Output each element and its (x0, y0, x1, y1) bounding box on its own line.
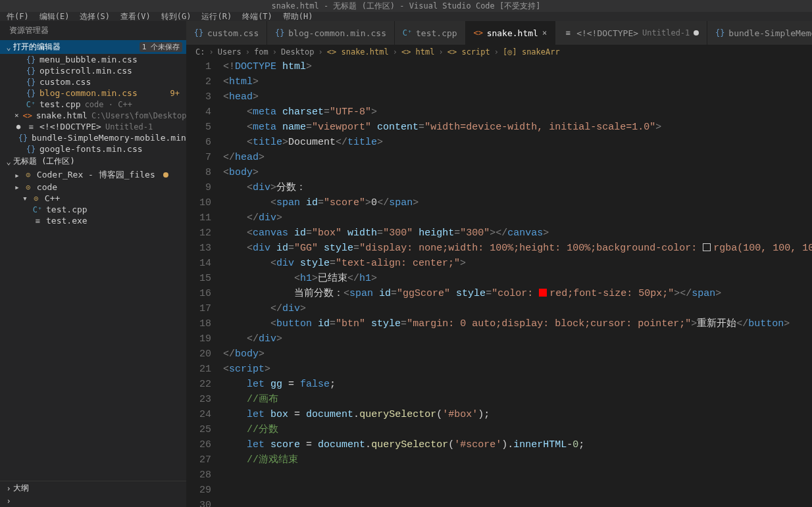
tree-item[interactable]: ▸⊙code (0, 181, 186, 193)
open-editors-header[interactable]: ⌄ 打开的编辑器 1 个未保存 (0, 40, 186, 54)
editor-tab[interactable]: {}custom.css (186, 21, 267, 45)
breadcrumb-item[interactable]: <> html (401, 47, 435, 57)
menu-selection[interactable]: 选择(S) (80, 12, 110, 21)
css-file-icon: {} (18, 133, 28, 143)
breadcrumb-item[interactable]: fom (254, 47, 268, 57)
folder-icon: ⊙ (32, 194, 41, 203)
tab-label: blog-common.min.css (288, 28, 386, 38)
unsaved-dot-icon (163, 172, 168, 178)
open-editor-item[interactable]: {}menu_bubble.min.css (0, 54, 186, 65)
menu-edit[interactable]: 编辑(E) (39, 12, 70, 21)
file-label: test.cpp (39, 99, 81, 109)
chevron-right-icon: › (4, 484, 13, 493)
code-content[interactable]: <!DOCTYPE html><html><head> <meta charse… (223, 59, 812, 507)
open-editor-item[interactable]: {}blog-common.min.css9+ (0, 87, 186, 99)
breadcrumb-sep-icon: › (439, 47, 444, 57)
menu-bar: 件(F) 编辑(E) 选择(S) 查看(V) 转到(G) 运行(R) 终端(T)… (0, 12, 812, 21)
diff-badge: 9+ (170, 89, 186, 98)
css-file-icon: {} (26, 78, 36, 87)
tree-label: Coder_Rex - 博客园_files (37, 169, 155, 181)
folder-chevron-icon: ▸ (14, 170, 20, 180)
tab-label: custom.css (207, 28, 259, 38)
file-label: snake.html (36, 110, 88, 120)
sidebar-title: 资源管理器 (0, 21, 186, 40)
tree-item[interactable]: ▾⊙C++ (0, 193, 186, 204)
workspace-header[interactable]: ⌄ 无标题 (工作区) (0, 155, 186, 168)
file-label: bundle-SimpleMemory-mobile.min.css (32, 133, 186, 143)
chevron-right-icon: › (4, 496, 13, 506)
cpp-file-icon: C⁺ (403, 28, 412, 37)
css-file-icon: {} (275, 28, 284, 37)
breadcrumb-sep-icon: › (272, 47, 277, 57)
css-file-icon: {} (26, 55, 36, 64)
breadcrumb-sep-icon: › (318, 47, 323, 57)
css-file-icon: {} (26, 145, 36, 154)
open-editor-item[interactable]: {}google-fonts.min.css (0, 143, 186, 155)
css-file-icon: {} (26, 66, 36, 76)
outline-label: 大纲 (13, 483, 29, 494)
menu-go[interactable]: 转到(G) (161, 12, 191, 21)
code-editor[interactable]: 1234567891011121314151617181920212223242… (186, 59, 812, 507)
html-file-icon: <> (474, 28, 483, 37)
css-file-icon: {} (715, 28, 724, 37)
tab-label: test.cpp (416, 28, 457, 38)
tab-bar: {}custom.css{}blog-common.min.cssC⁺test.… (186, 21, 812, 45)
timeline-header[interactable]: › (0, 495, 186, 507)
menu-file[interactable]: 件(F) (7, 12, 29, 21)
editor-tab[interactable]: {}bundle-SimpleMemory-mobi (707, 21, 812, 45)
outline-header[interactable]: › 大纲 (0, 481, 186, 495)
open-editor-item[interactable]: {}custom.css (0, 76, 186, 87)
file-label: blog-common.min.css (39, 88, 138, 98)
breadcrumb-item[interactable]: [◎] snakeArr (503, 47, 560, 57)
menu-help[interactable]: 帮助(H) (283, 12, 313, 21)
unsaved-dot-icon: ● (14, 122, 22, 131)
open-editor-item[interactable]: {}optiscroll.min.css (0, 65, 186, 76)
tree-label: test.cpp (46, 205, 88, 214)
line-gutter: 1234567891011121314151617181920212223242… (186, 59, 223, 507)
window-title: snake.html - 无标题 (工作区) - Visual Studio C… (0, 0, 812, 12)
tab-label: <!<!DOCTYPE> (576, 28, 638, 38)
open-editor-item[interactable]: {}bundle-SimpleMemory-mobile.min.css (0, 132, 186, 143)
editor-tab[interactable]: {}blog-common.min.css (267, 21, 395, 45)
open-editors-label: 打开的编辑器 (13, 41, 61, 53)
menu-view[interactable]: 查看(V) (120, 12, 151, 21)
close-icon[interactable]: × (14, 111, 19, 120)
html-file-icon: <> (23, 111, 32, 120)
tab-close-icon[interactable]: × (542, 28, 547, 37)
editor-tab[interactable]: C⁺test.cpp (395, 21, 466, 45)
editor-tab[interactable]: ≡<!<!DOCTYPE>Untitled-1 (555, 21, 707, 45)
breadcrumb-sep-icon: › (209, 47, 213, 57)
breadcrumb-sep-icon: › (494, 47, 499, 57)
open-editor-item[interactable]: C⁺test.cpp code · C++ (0, 99, 186, 110)
file-desc: code · C++ (85, 100, 132, 109)
file-desc: Untitled-1 (105, 122, 153, 132)
tree-item[interactable]: ▸⊙Coder_Rex - 博客园_files (0, 168, 186, 181)
breadcrumb-item[interactable]: Desktop (281, 47, 315, 57)
open-editor-item[interactable]: ×<>snake.html C:\Users\fom\Desktop (0, 110, 186, 121)
tree-item[interactable]: C⁺test.cpp (0, 204, 186, 215)
editor-area: {}custom.css{}blog-common.min.cssC⁺test.… (186, 21, 812, 507)
tree-item[interactable]: ≡test.exe (0, 215, 186, 226)
tree-label: C++ (45, 193, 60, 203)
breadcrumb-item[interactable]: Users (218, 47, 241, 57)
breadcrumb-item[interactable]: <> script (447, 47, 490, 57)
folder-chevron-icon: ▸ (14, 182, 20, 192)
breadcrumb-sep-icon: › (393, 47, 397, 57)
workspace-label: 无标题 (工作区) (13, 156, 75, 167)
breadcrumb[interactable]: C:›Users›fom›Desktop›<> snake.html›<> ht… (186, 45, 812, 59)
chevron-down-icon: ⌄ (4, 157, 13, 166)
breadcrumb-item[interactable]: C: (195, 47, 205, 57)
txt-file-icon: ≡ (26, 122, 36, 132)
tab-label: snake.html (487, 28, 538, 38)
editor-tab[interactable]: <>snake.html× (466, 21, 556, 45)
unsaved-dot-icon (694, 30, 699, 36)
menu-run[interactable]: 运行(R) (201, 12, 232, 21)
css-file-icon: {} (26, 89, 36, 98)
file-desc: C:\Users\fom\Desktop (91, 111, 186, 120)
breadcrumb-item[interactable]: <> snake.html (327, 47, 389, 57)
txt-file-icon: ≡ (563, 28, 572, 37)
file-label: <!<!DOCTYPE> (39, 122, 101, 132)
menu-terminal[interactable]: 终端(T) (242, 12, 272, 21)
tab-label: bundle-SimpleMemory-mobi (728, 28, 812, 38)
open-editor-item[interactable]: ●≡<!<!DOCTYPE> Untitled-1 (0, 121, 186, 132)
